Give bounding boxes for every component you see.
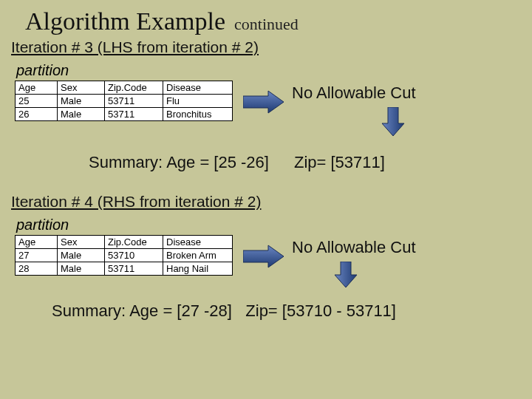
summary-text: Summary: Age = [27 -28] xyxy=(52,301,232,320)
zip-text: Zip= [53710 - 53711] xyxy=(245,301,396,320)
iteration-3-row: Age Sex Zip.Code Disease 25 Male 53711 F… xyxy=(0,81,532,137)
iteration-3-header: Iteration # 3 (LHS from iteration # 2) xyxy=(0,37,532,61)
table-header: Age xyxy=(16,236,58,249)
svg-marker-0 xyxy=(243,91,284,113)
table-header: Sex xyxy=(58,81,105,95)
partition-label-4: partition xyxy=(0,216,532,233)
table-row: 25 Male 53711 Flu xyxy=(16,95,233,108)
page-subtitle: continued xyxy=(234,15,299,33)
arrow-right-icon xyxy=(243,89,284,115)
table-header: Disease xyxy=(163,81,233,95)
page-title: Algorithm Example xyxy=(25,7,225,35)
svg-marker-2 xyxy=(243,245,284,267)
iteration-3-summary: Summary: Age = [25 -26]Zip= [53711] xyxy=(0,153,532,172)
iteration-4-row: Age Sex Zip.Code Disease 27 Male 53710 B… xyxy=(0,235,532,288)
table-row: 28 Male 53711 Hang Nail xyxy=(16,262,233,276)
table-row: 26 Male 53711 Bronchitus xyxy=(16,108,233,121)
arrow-down-icon xyxy=(381,107,406,137)
arrow-right-icon xyxy=(243,244,284,269)
table-header: Sex xyxy=(58,236,105,249)
table-header: Zip.Code xyxy=(105,81,163,95)
svg-marker-3 xyxy=(335,262,357,287)
iteration-3-right: No Allowable Cut xyxy=(292,81,416,137)
iteration-4-header: Iteration # 4 (RHS from iteration # 2) xyxy=(0,191,532,215)
iteration-4-right: No Allowable Cut xyxy=(292,235,416,288)
table-header: Zip.Code xyxy=(105,236,163,249)
title-row: Algorithm Example continued xyxy=(0,0,532,37)
svg-marker-1 xyxy=(382,107,404,136)
iteration-4-table: Age Sex Zip.Code Disease 27 Male 53710 B… xyxy=(15,235,233,276)
table-header: Disease xyxy=(163,236,233,249)
partition-label-3: partition xyxy=(0,62,532,79)
arrow-down-icon xyxy=(333,262,358,288)
iteration-4-summary: Summary: Age = [27 -28] Zip= [53710 - 53… xyxy=(0,301,532,321)
zip-text: Zip= [53711] xyxy=(294,153,385,171)
table-row: 27 Male 53710 Broken Arm xyxy=(16,249,233,262)
no-allowable-cut-3: No Allowable Cut xyxy=(292,83,416,103)
no-allowable-cut-4: No Allowable Cut xyxy=(292,238,416,257)
table-header: Age xyxy=(16,81,58,95)
iteration-3-table: Age Sex Zip.Code Disease 25 Male 53711 F… xyxy=(15,81,233,121)
summary-text: Summary: Age = [25 -26] xyxy=(89,153,269,171)
